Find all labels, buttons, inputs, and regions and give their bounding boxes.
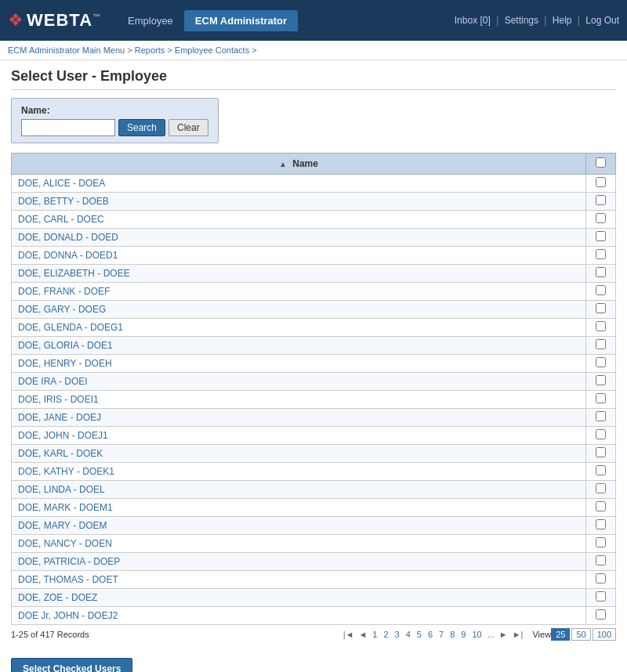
user-checkbox[interactable] — [596, 537, 606, 547]
user-name-cell[interactable]: DOE, HENRY - DOEH — [12, 355, 586, 373]
user-checkbox[interactable] — [596, 285, 606, 295]
user-name-cell[interactable]: DOE, BETTY - DOEB — [12, 193, 586, 211]
page-4-link[interactable]: 4 — [404, 629, 413, 640]
user-name-cell[interactable]: DOE, KATHY - DOEK1 — [12, 463, 586, 481]
last-page-nav[interactable]: ►| — [511, 629, 525, 640]
user-name-cell[interactable]: DOE, PATRICIA - DOEP — [12, 553, 586, 571]
user-name-cell[interactable]: DOE, GARY - DOEG — [12, 301, 586, 319]
user-check-cell[interactable] — [586, 319, 616, 337]
prev-page-nav[interactable]: ◄ — [357, 629, 368, 640]
user-name-cell[interactable]: DOE, IRIS - DOEI1 — [12, 391, 586, 409]
user-check-cell[interactable] — [586, 301, 616, 319]
page-2-link[interactable]: 2 — [381, 629, 390, 640]
user-check-cell[interactable] — [586, 553, 616, 571]
search-button[interactable]: Search — [118, 119, 165, 136]
user-checkbox[interactable] — [596, 591, 606, 602]
user-name-cell[interactable]: DOE, MARK - DOEM1 — [12, 499, 586, 517]
tab-employee[interactable]: Employee — [117, 10, 184, 31]
user-check-cell[interactable] — [586, 247, 616, 265]
user-checkbox[interactable] — [596, 411, 606, 421]
user-check-cell[interactable] — [586, 481, 616, 499]
user-checkbox[interactable] — [596, 555, 606, 565]
user-checkbox[interactable] — [596, 303, 606, 313]
user-name-cell[interactable]: DOE, ALICE - DOEA — [12, 175, 586, 193]
user-checkbox[interactable] — [596, 375, 606, 385]
user-checkbox[interactable] — [596, 519, 606, 529]
user-name-cell[interactable]: DOE, LINDA - DOEL — [12, 481, 586, 499]
next-page-nav[interactable]: ► — [498, 629, 509, 640]
user-checkbox[interactable] — [596, 393, 606, 403]
user-name-cell[interactable]: DOE, GLENDA - DOEG1 — [12, 319, 586, 337]
user-check-cell[interactable] — [586, 265, 616, 283]
select-checked-users-button[interactable]: Select Checked Users — [11, 658, 132, 672]
user-check-cell[interactable] — [586, 229, 616, 247]
user-check-cell[interactable] — [586, 283, 616, 301]
user-checkbox[interactable] — [596, 465, 606, 475]
user-name-cell[interactable]: DOE, MARY - DOEM — [12, 517, 586, 535]
user-name-cell[interactable]: DOE, CARL - DOEC — [12, 211, 586, 229]
user-checkbox[interactable] — [596, 609, 606, 620]
user-checkbox[interactable] — [596, 177, 606, 187]
user-name-cell[interactable]: DOE, JANE - DOEJ — [12, 409, 586, 427]
user-name-cell[interactable]: DOE Jr, JOHN - DOEJ2 — [12, 607, 586, 625]
user-name-cell[interactable]: DOE, DONALD - DOED — [12, 229, 586, 247]
page-9-link[interactable]: 9 — [458, 629, 468, 640]
user-name-cell[interactable]: DOE, DONNA - DOED1 — [12, 247, 586, 265]
breadcrumb-ecm-admin[interactable]: ECM Administrator Main Menu — [8, 45, 125, 55]
user-name-cell[interactable]: DOE, NANCY - DOEN — [12, 535, 586, 553]
user-name-cell[interactable]: DOE, GLORIA - DOE1 — [12, 337, 586, 355]
user-check-cell[interactable] — [586, 211, 616, 229]
user-name-cell[interactable]: DOE, JOHN - DOEJ1 — [12, 427, 586, 445]
user-check-cell[interactable] — [586, 409, 616, 427]
user-name-cell[interactable]: DOE, KARL - DOEK — [12, 445, 586, 463]
user-check-cell[interactable] — [586, 445, 616, 463]
user-check-cell[interactable] — [586, 607, 616, 625]
inbox-link[interactable]: Inbox [0] — [455, 15, 491, 26]
user-check-cell[interactable] — [586, 337, 616, 355]
user-check-cell[interactable] — [586, 391, 616, 409]
user-checkbox[interactable] — [596, 195, 606, 205]
user-check-cell[interactable] — [586, 175, 616, 193]
user-check-cell[interactable] — [586, 535, 616, 553]
logout-link[interactable]: Log Out — [585, 15, 619, 26]
user-check-cell[interactable] — [586, 193, 616, 211]
tab-ecm-administrator[interactable]: ECM Administrator — [184, 10, 298, 31]
page-8-link[interactable]: 8 — [448, 629, 457, 640]
breadcrumb-employee-contacts[interactable]: Employee Contacts — [175, 45, 249, 55]
user-check-cell[interactable] — [586, 373, 616, 391]
user-checkbox[interactable] — [596, 483, 606, 493]
view-100-button[interactable]: 100 — [593, 628, 616, 641]
clear-button[interactable]: Clear — [169, 119, 208, 136]
view-25-button[interactable]: 25 — [551, 628, 570, 641]
user-checkbox[interactable] — [596, 339, 606, 349]
user-check-cell[interactable] — [586, 571, 616, 589]
page-10-link[interactable]: 10 — [469, 629, 484, 640]
user-check-cell[interactable] — [586, 517, 616, 535]
user-check-cell[interactable] — [586, 355, 616, 373]
user-checkbox[interactable] — [596, 267, 606, 277]
user-checkbox[interactable] — [596, 231, 606, 241]
user-checkbox[interactable] — [596, 321, 606, 331]
page-1-link[interactable]: 1 — [370, 629, 379, 640]
user-name-cell[interactable]: DOE, ELIZABETH - DOEE — [12, 265, 586, 283]
user-name-cell[interactable]: DOE, FRANK - DOEF — [12, 283, 586, 301]
settings-link[interactable]: Settings — [505, 15, 538, 26]
view-50-button[interactable]: 50 — [571, 628, 590, 641]
select-all-checkbox[interactable] — [596, 157, 606, 168]
user-checkbox[interactable] — [596, 249, 606, 259]
user-name-cell[interactable]: DOE, THOMAS - DOET — [12, 571, 586, 589]
user-checkbox[interactable] — [596, 573, 606, 583]
user-checkbox[interactable] — [596, 357, 606, 367]
page-6-link[interactable]: 6 — [426, 629, 435, 640]
user-checkbox[interactable] — [596, 429, 606, 439]
breadcrumb-reports[interactable]: Reports — [135, 45, 165, 55]
user-check-cell[interactable] — [586, 463, 616, 481]
help-link[interactable]: Help — [553, 15, 572, 26]
page-5-link[interactable]: 5 — [415, 629, 424, 640]
user-checkbox[interactable] — [596, 213, 606, 223]
user-check-cell[interactable] — [586, 427, 616, 445]
user-name-cell[interactable]: DOE, ZOE - DOEZ — [12, 589, 586, 607]
page-3-link[interactable]: 3 — [393, 629, 402, 640]
page-7-link[interactable]: 7 — [437, 629, 446, 640]
user-name-cell[interactable]: DOE IRA - DOEI — [12, 373, 586, 391]
